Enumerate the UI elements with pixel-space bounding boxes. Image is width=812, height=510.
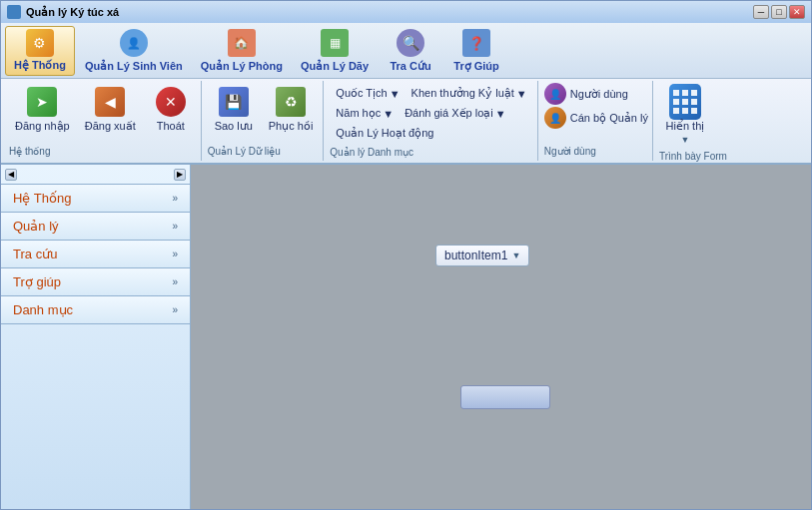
hoat-dong-dropdown[interactable]: Quản Lý Hoạt động	[332, 125, 437, 142]
trinh-bay-group-label: Trình bày Form	[659, 151, 727, 164]
du-lieu-group-label: Quản Lý Dữ liệu	[208, 146, 281, 159]
sidebar-tra-cuu-arrow: »	[172, 249, 178, 259]
danh-muc-row1: Quốc Tịch ▼ Khen thưởng Kỷ luật ▼	[332, 85, 530, 102]
sao-luu-button[interactable]: 💾 Sao lưu	[208, 83, 260, 136]
toolbar-group-danh-muc: Quốc Tịch ▼ Khen thưởng Kỷ luật ▼ Năm họ…	[326, 81, 537, 161]
main-content: ◀ ▶ Hệ Thống » Quản lý » Tra cứu » Trợ g…	[1, 165, 811, 509]
he-thong-menu-label: Hệ Thống	[14, 59, 66, 72]
toolbar-group-trinh-bay: Hiển thị ▼ Trình bày Form	[655, 81, 731, 161]
window-title: Quản lý Ký túc xá	[26, 6, 119, 19]
sidebar-item-tro-giup[interactable]: Trợ giúp »	[1, 268, 190, 296]
close-button[interactable]: ✕	[789, 5, 805, 19]
dang-xuat-label: Đăng xuất	[85, 120, 136, 133]
dang-xuat-button[interactable]: ◀ Đăng xuất	[79, 83, 142, 136]
danh-muc-group-label: Quản lý Danh mục	[330, 147, 413, 160]
sidebar-item-he-thong[interactable]: Hệ Thống »	[1, 185, 190, 213]
day-menu-label: Quản Lý Dãy	[301, 60, 369, 73]
svg-rect-7	[682, 108, 688, 114]
toolbar-group-nguoi-dung: 👤 Người dùng 👤 Cán bộ Quản lý Người dùng	[540, 81, 653, 161]
main-window: Quản lý Ký túc xá ─ □ ✕ ⚙ Hệ Thống 👤 Quả…	[0, 0, 812, 510]
svg-rect-0	[673, 90, 679, 96]
menu-item-day[interactable]: ▦ Quản Lý Dãy	[293, 26, 377, 76]
sidebar-danh-muc-label: Danh mục	[13, 302, 73, 317]
sidebar: ◀ ▶ Hệ Thống » Quản lý » Tra cứu » Trợ g…	[1, 165, 191, 509]
dropdown-btn-label: buttonItem1	[444, 249, 507, 262]
menu-item-he-thong[interactable]: ⚙ Hệ Thống	[5, 26, 75, 76]
svg-rect-8	[691, 108, 697, 114]
svg-rect-3	[673, 99, 679, 105]
quoc-tich-dropdown[interactable]: Quốc Tịch ▼	[332, 85, 404, 102]
thoat-button[interactable]: ✕ Thoát	[145, 83, 197, 136]
menu-item-tro-giup[interactable]: ❓ Trợ Giúp	[444, 26, 508, 76]
sidebar-quan-ly-label: Quản lý	[13, 219, 59, 234]
sidebar-item-quan-ly[interactable]: Quản lý »	[1, 213, 190, 241]
danh-muc-row3: Quản Lý Hoạt động	[332, 125, 530, 142]
tro-giup-menu-label: Trợ Giúp	[453, 60, 499, 73]
content-area: buttonItem1 ▼	[191, 165, 811, 509]
sidebar-tro-giup-arrow: »	[172, 276, 178, 287]
title-bar-left: Quản lý Ký túc xá	[7, 5, 119, 19]
phong-menu-label: Quản Lý Phòng	[201, 60, 283, 73]
minimize-button[interactable]: ─	[753, 5, 769, 19]
phuc-hoi-label: Phục hồi	[269, 120, 314, 133]
button-item-dropdown[interactable]: buttonItem1 ▼	[435, 245, 529, 266]
restore-button[interactable]: □	[771, 5, 787, 19]
dang-nhap-button[interactable]: ➤ Đăng nhập	[9, 83, 76, 136]
sidebar-he-thong-arrow: »	[172, 193, 178, 204]
toolbar-group-he-thong: ➤ Đăng nhập ◀ Đăng xuất ✕ Thoát Hệ thống	[5, 81, 202, 161]
title-bar-controls: ─ □ ✕	[753, 5, 805, 19]
sidebar-item-danh-muc[interactable]: Danh mục »	[1, 296, 190, 324]
app-icon	[7, 5, 21, 19]
toolbar: ➤ Đăng nhập ◀ Đăng xuất ✕ Thoát Hệ thống…	[1, 79, 811, 165]
day-menu-icon: ▦	[319, 29, 351, 58]
nguoi-dung-label: Người dùng	[570, 88, 628, 101]
tro-giup-menu-icon: ❓	[460, 29, 492, 58]
nguoi-dung-button[interactable]: 👤 Người dùng	[544, 83, 648, 105]
tra-cuu-menu-label: Tra Cứu	[390, 60, 430, 73]
nguoi-dung-tools: 👤 Người dùng 👤 Cán bộ Quản lý	[544, 83, 648, 129]
he-thong-menu-icon: ⚙	[24, 29, 56, 57]
menu-item-sinh-vien[interactable]: 👤 Quản Lý Sinh Viên	[77, 26, 191, 76]
danh-muc-row2: Năm học ▼ Đánh giá Xếp loại ▼	[332, 105, 530, 122]
dropdown-btn-arrow-icon: ▼	[511, 251, 520, 260]
hien-thi-label: Hiển thị	[666, 120, 705, 133]
sidebar-danh-muc-arrow: »	[172, 304, 178, 315]
phong-menu-icon: 🏠	[226, 29, 258, 58]
sidebar-item-tra-cuu[interactable]: Tra cứu »	[1, 241, 190, 268]
toolbar-group-du-lieu: 💾 Sao lưu ♻ Phục hồi Quản Lý Dữ liệu	[204, 81, 325, 161]
sidebar-quan-ly-arrow: »	[172, 221, 178, 232]
menu-item-tra-cuu[interactable]: 🔍 Tra Cứu	[379, 26, 442, 76]
svg-rect-1	[682, 90, 688, 96]
phuc-hoi-button[interactable]: ♻ Phục hồi	[263, 83, 320, 136]
svg-rect-4	[682, 99, 688, 105]
sidebar-prev-btn[interactable]: ◀	[5, 169, 17, 181]
menu-item-phong[interactable]: 🏠 Quản Lý Phòng	[193, 26, 291, 76]
sao-luu-label: Sao lưu	[215, 120, 253, 133]
thoat-label: Thoát	[157, 120, 185, 132]
sidebar-tro-giup-label: Trợ giúp	[13, 274, 61, 289]
title-bar: Quản lý Ký túc xá ─ □ ✕	[1, 1, 811, 23]
sidebar-next-btn[interactable]: ▶	[174, 169, 186, 181]
svg-rect-5	[691, 99, 697, 105]
sidebar-header: ◀ ▶	[1, 165, 190, 185]
sidebar-tra-cuu-label: Tra cứu	[13, 247, 57, 261]
svg-rect-6	[673, 108, 679, 114]
du-lieu-tools: 💾 Sao lưu ♻ Phục hồi	[208, 83, 320, 136]
nam-hoc-dropdown[interactable]: Năm học ▼	[332, 105, 398, 122]
can-bo-button[interactable]: 👤 Cán bộ Quản lý	[544, 107, 648, 129]
hien-thi-button[interactable]: Hiển thị ▼	[659, 83, 711, 148]
sinh-vien-menu-label: Quản Lý Sinh Viên	[85, 60, 183, 73]
menu-bar: ⚙ Hệ Thống 👤 Quản Lý Sinh Viên 🏠 Quản Lý…	[1, 23, 811, 79]
sinh-vien-menu-icon: 👤	[118, 29, 150, 58]
danh-muc-dropdowns: Quốc Tịch ▼ Khen thưởng Kỷ luật ▼ Năm họ…	[330, 83, 532, 144]
sidebar-he-thong-label: Hệ Thống	[13, 191, 71, 206]
danh-gia-dropdown[interactable]: Đánh giá Xếp loại ▼	[401, 105, 510, 122]
khen-thuong-dropdown[interactable]: Khen thưởng Kỷ luật ▼	[407, 85, 531, 102]
tra-cuu-menu-icon: 🔍	[395, 29, 426, 58]
he-thong-group-label: Hệ thống	[9, 146, 50, 159]
content-button[interactable]	[460, 385, 550, 409]
svg-rect-2	[691, 90, 697, 96]
can-bo-label: Cán bộ Quản lý	[570, 112, 648, 125]
dang-nhap-label: Đăng nhập	[15, 120, 70, 133]
he-thong-tools: ➤ Đăng nhập ◀ Đăng xuất ✕ Thoát	[9, 83, 197, 136]
